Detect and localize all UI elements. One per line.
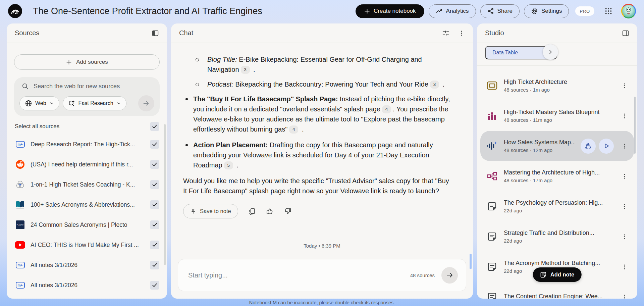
select-all-checkbox[interactable] <box>150 122 159 131</box>
chat-settings-tune-icon[interactable] <box>442 30 449 37</box>
chat-bullet: The "Buy It For Life Basecamp" Splash Pa… <box>183 94 455 134</box>
flowchart-icon <box>486 171 498 181</box>
check-icon <box>152 123 158 130</box>
globe-icon <box>25 100 32 107</box>
studio-item[interactable]: The Psychology of Persuasion: Hig... 22d… <box>480 191 634 221</box>
notebook-title[interactable]: The One-Sentence Profit Extractor and AI… <box>33 6 262 16</box>
sources-count-label: 48 sources <box>410 272 435 278</box>
source-row[interactable]: AI CEO: THIS is How I'd Make My First ..… <box>7 235 167 255</box>
reddit-icon <box>15 160 25 169</box>
chat-timestamp: Today • 6:39 PM <box>171 243 473 249</box>
source-checkbox[interactable] <box>150 200 159 209</box>
source-row[interactable]: (USA) I need help determining if this r.… <box>7 154 167 174</box>
studio-list: High Ticket Architecture 48 sources · 1m… <box>480 70 634 299</box>
studio-item-menu-icon[interactable] <box>620 264 629 270</box>
citation-chip[interactable]: 5 <box>224 161 233 169</box>
studio-item-menu-icon[interactable] <box>620 113 629 119</box>
citation-chip[interactable]: 3 <box>430 81 439 89</box>
chevron-down-icon <box>49 101 54 106</box>
submit-search-button[interactable] <box>138 95 154 111</box>
create-notebook-button[interactable]: Create notebook <box>356 4 424 18</box>
citation-chip[interactable]: 4 <box>289 125 298 134</box>
fast-research-dropdown[interactable]: Fast Research <box>63 96 126 110</box>
studio-item-menu-icon[interactable] <box>620 203 629 210</box>
plus-icon <box>364 8 370 14</box>
chat-closing-question: Would you like me to help you write the … <box>183 176 451 196</box>
studio-item-menu-icon[interactable] <box>620 294 629 299</box>
source-checkbox[interactable] <box>150 180 159 189</box>
source-row[interactable]: PLECTO 24 Common Sales Acronyms | Plecto <box>7 215 167 235</box>
source-checkbox[interactable] <box>150 220 159 229</box>
send-message-button[interactable] <box>441 267 458 284</box>
note-doc-icon <box>486 262 498 272</box>
plecto-logo-icon: PLECTO <box>16 220 24 229</box>
studio-item[interactable]: High-Ticket Mastery Sales Blueprint 48 s… <box>480 101 634 131</box>
chat-sub-bullet: Podcast: Bikepacking the Backcountry: Po… <box>183 79 448 89</box>
settings-button[interactable]: Settings <box>524 4 569 18</box>
chat-input[interactable] <box>188 271 410 279</box>
studio-item-menu-icon[interactable] <box>620 234 629 240</box>
source-row[interactable]: m+ Deep Research Report: The High-Tick..… <box>7 134 167 154</box>
add-sources-button[interactable]: Add sources <box>14 54 160 70</box>
google-apps-grid-icon[interactable] <box>601 4 615 18</box>
studio-item-menu-icon[interactable] <box>620 173 629 180</box>
note-doc-icon <box>486 201 498 211</box>
chevron-down-icon <box>116 101 121 106</box>
robot-avatar-image <box>622 5 635 17</box>
sources-panel: Sources Add sources Search the web for n… <box>7 23 167 299</box>
citation-chip[interactable]: 4 <box>382 105 391 113</box>
source-checkbox[interactable] <box>150 261 159 269</box>
studio-item-menu-icon[interactable] <box>620 143 629 149</box>
user-avatar[interactable] <box>621 4 636 18</box>
chip-scroll-right-button[interactable] <box>543 44 558 60</box>
notebooklm-note-icon: m+ <box>16 282 25 289</box>
analytics-button[interactable]: Analytics <box>429 4 476 18</box>
source-row[interactable]: m+ All notes 3/1/2026 <box>7 255 167 275</box>
waving-hand-icon <box>584 142 592 150</box>
studio-item[interactable]: Mastering the Architecture of High... 48… <box>480 161 634 191</box>
expand-studio-panel-icon[interactable] <box>622 30 629 37</box>
arrow-right-icon <box>143 100 150 107</box>
source-row[interactable]: 1-on-1 High Ticket Sales Coaching - K... <box>7 174 167 195</box>
add-note-button[interactable]: Add note <box>533 267 582 282</box>
chat-scrollbar[interactable] <box>470 254 472 269</box>
notebooklm-logo-icon[interactable] <box>8 4 22 18</box>
studio-item[interactable]: The Content Creation Engine: Wee... <box>480 282 634 299</box>
studio-panel: Studio Data Table High Ticket Architectu… <box>477 23 637 299</box>
web-circles-icon <box>15 180 25 189</box>
studio-item-menu-icon[interactable] <box>620 83 629 89</box>
share-button[interactable]: Share <box>480 4 520 18</box>
collapse-sources-panel-icon[interactable] <box>152 30 159 37</box>
chat-more-menu-icon[interactable] <box>458 30 465 37</box>
thumbs-down-icon[interactable] <box>284 207 291 215</box>
studio-item-selected[interactable]: How Sales Systems Map... 48 sources · 12… <box>480 131 634 161</box>
bar-chart-icon <box>486 111 498 120</box>
copy-response-icon[interactable] <box>248 207 256 215</box>
studio-item[interactable]: High Ticket Architecture 48 sources · 1m… <box>480 70 634 101</box>
source-checkbox[interactable] <box>150 140 159 149</box>
web-search-card: Search the web for new sources Web Fast … <box>14 77 160 116</box>
web-filter-dropdown[interactable]: Web <box>19 96 59 110</box>
source-row[interactable]: 100+ Sales Acronyms & Abbreviations... <box>7 195 167 215</box>
sources-scrollbar[interactable] <box>164 124 166 265</box>
studio-panel-title: Studio <box>485 29 504 37</box>
source-checkbox[interactable] <box>150 160 159 169</box>
chevron-right-icon <box>547 49 553 55</box>
source-checkbox[interactable] <box>150 241 159 249</box>
play-audio-button[interactable] <box>599 139 614 154</box>
source-checkbox[interactable] <box>150 281 159 290</box>
pro-badge: PRO <box>575 6 594 16</box>
disclaimer-text: NotebookLM can be inaccurate; please dou… <box>0 300 644 305</box>
source-row[interactable]: m+ All notes 3/1/2026 <box>7 275 167 295</box>
studio-scrollbar[interactable] <box>634 97 636 154</box>
plus-icon <box>66 59 72 65</box>
interactive-mode-hand-button[interactable] <box>581 139 596 154</box>
studio-chip-row: Data Table <box>477 43 637 66</box>
search-web-input[interactable]: Search the web for new sources <box>34 83 120 90</box>
select-all-sources-label: Select all sources <box>15 123 59 130</box>
save-to-note-button[interactable]: Save to note <box>183 204 238 218</box>
thumbs-up-icon[interactable] <box>266 207 274 215</box>
top-header: The One-Sentence Profit Extractor and AI… <box>0 0 644 22</box>
citation-chip[interactable]: 3 <box>241 66 250 74</box>
studio-item[interactable]: Strategic Traffic and Distribution... 22… <box>480 221 634 252</box>
